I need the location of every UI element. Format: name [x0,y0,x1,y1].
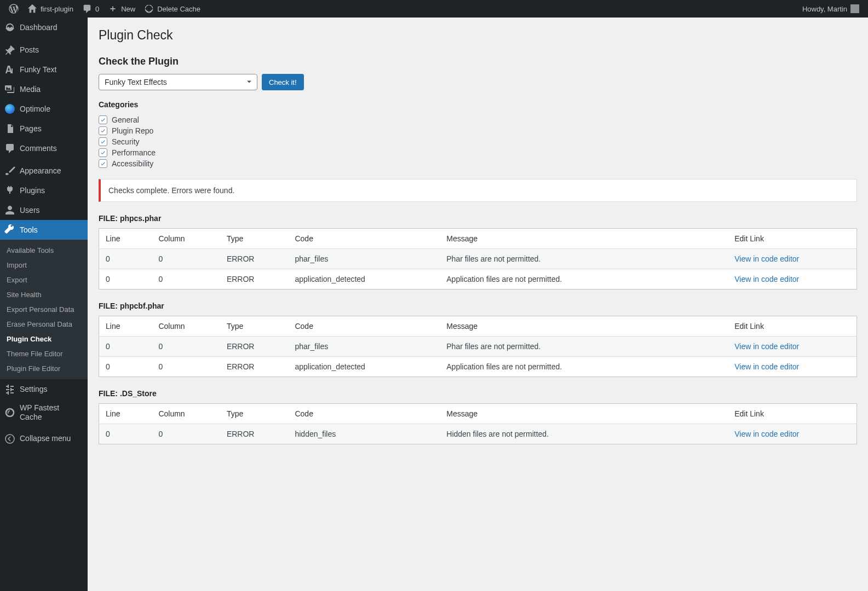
user-icon [4,205,15,216]
submenu-available-tools[interactable]: Available Tools [0,243,88,258]
sidebar-item-tools[interactable]: Tools [0,220,88,240]
table-cell: phar_files [288,249,440,269]
submenu-plugin-check[interactable]: Plugin Check [0,332,88,346]
table-cell: 0 [99,269,152,289]
section-title: Check the Plugin [99,56,857,67]
new-label: New [121,5,135,13]
sidebar-item-label: Appearance [20,166,61,176]
table-row: 00ERRORphar_filesPhar files are not perm… [99,337,857,357]
cache-icon [144,4,154,14]
categories-list: GeneralPlugin RepoSecurityPerformanceAcc… [99,114,857,169]
wp-logo[interactable] [4,0,23,18]
sidebar-item-dashboard[interactable]: Dashboard [0,18,88,37]
sidebar-item-posts[interactable]: Posts [0,40,88,60]
howdy-link[interactable]: Howdy, Martin [798,0,864,18]
table-cell: View in code editor [728,249,856,269]
sidebar-item-media[interactable]: Media [0,79,88,99]
plus-icon [108,4,118,14]
table-cell: View in code editor [728,424,856,444]
checkbox[interactable] [99,126,107,135]
wordpress-icon [9,4,19,14]
table-cell: phar_files [288,337,440,357]
category-item: Accessibility [99,158,857,169]
page-icon [4,123,15,134]
table-cell: 0 [152,249,220,269]
view-in-code-editor-link[interactable]: View in code editor [734,275,799,283]
wpfc-sidebar-icon [4,407,15,418]
results-table: LineColumnTypeCodeMessageEdit Link00ERRO… [99,403,857,444]
table-cell: Phar files are not permitted. [440,249,728,269]
collapse-menu[interactable]: Collapse menu [0,429,88,449]
view-in-code-editor-link[interactable]: View in code editor [734,430,799,438]
collapse-icon [4,433,15,444]
submenu-theme-file-editor[interactable]: Theme File Editor [0,346,88,361]
table-row: 00ERRORapplication_detectedApplication f… [99,269,857,289]
comment-icon [82,4,92,14]
table-header: Type [220,404,289,424]
sidebar-item-label: Funky Text [20,65,56,74]
table-header: Message [440,316,728,337]
view-in-code-editor-link[interactable]: View in code editor [734,254,799,263]
comments-count: 0 [95,5,99,13]
pin-icon [4,44,15,55]
site-name-text: first-plugin [41,5,73,13]
error-notice: Checks complete. Errors were found. [99,179,857,202]
sliders-icon [4,384,15,395]
table-header: Code [288,316,440,337]
table-header: Column [152,404,220,424]
avatar-icon [850,4,859,13]
table-header: Edit Link [728,404,856,424]
table-cell: application_detected [288,269,440,289]
table-header: Code [288,404,440,424]
delete-cache-label: Delete Cache [157,5,200,13]
delete-cache-link[interactable]: Delete Cache [140,0,205,18]
table-cell: ERROR [220,269,289,289]
table-cell: 0 [99,424,152,444]
submenu-export[interactable]: Export [0,273,88,287]
submenu-site-health[interactable]: Site Health [0,287,88,302]
plugin-select[interactable]: Funky Text Effects [99,74,257,90]
checkbox[interactable] [99,115,107,124]
submenu-erase-personal-data[interactable]: Erase Personal Data [0,317,88,332]
dashboard-icon [4,22,15,33]
submenu-import[interactable]: Import [0,258,88,273]
sidebar-item-label: Tools [20,225,38,235]
checkbox[interactable] [99,148,107,157]
sidebar-item-pages[interactable]: Pages [0,119,88,138]
check-it-button[interactable]: Check it! [262,74,304,90]
table-cell: application_detected [288,357,440,377]
comments-icon [4,143,15,154]
sidebar-item-comments[interactable]: Comments [0,138,88,158]
table-cell: 0 [152,269,220,289]
table-header: Line [99,229,152,249]
submenu-export-personal-data[interactable]: Export Personal Data [0,302,88,317]
main-content: Plugin Check Check the Plugin Funky Text… [88,18,868,466]
sidebar-item-settings[interactable]: Settings [0,379,88,399]
sidebar-item-wp-fastest-cache[interactable]: WP Fastest Cache [0,399,88,426]
view-in-code-editor-link[interactable]: View in code editor [734,362,799,371]
text-icon [4,64,15,75]
sidebar-item-plugins[interactable]: Plugins [0,181,88,200]
brush-icon [4,165,15,176]
table-cell: Phar files are not permitted. [440,337,728,357]
checkbox[interactable] [99,137,107,146]
comments-link[interactable]: 0 [78,0,104,18]
table-header: Line [99,404,152,424]
submenu-plugin-file-editor[interactable]: Plugin File Editor [0,361,88,376]
table-cell: 0 [99,249,152,269]
table-header: Code [288,229,440,249]
checkbox[interactable] [99,159,107,168]
site-name-link[interactable]: first-plugin [23,0,78,18]
sidebar-item-funky-text[interactable]: Funky Text [0,60,88,79]
howdy-text: Howdy, Martin [802,5,847,13]
view-in-code-editor-link[interactable]: View in code editor [734,342,799,351]
table-row: 00ERRORapplication_detectedApplication f… [99,357,857,377]
new-content-link[interactable]: New [104,0,140,18]
table-cell: Hidden files are not permitted. [440,424,728,444]
results-table: LineColumnTypeCodeMessageEdit Link00ERRO… [99,228,857,289]
table-cell: ERROR [220,424,289,444]
sidebar-item-appearance[interactable]: Appearance [0,161,88,181]
sidebar-item-users[interactable]: Users [0,200,88,220]
table-cell: 0 [152,424,220,444]
sidebar-item-optimole[interactable]: Optimole [0,99,88,119]
